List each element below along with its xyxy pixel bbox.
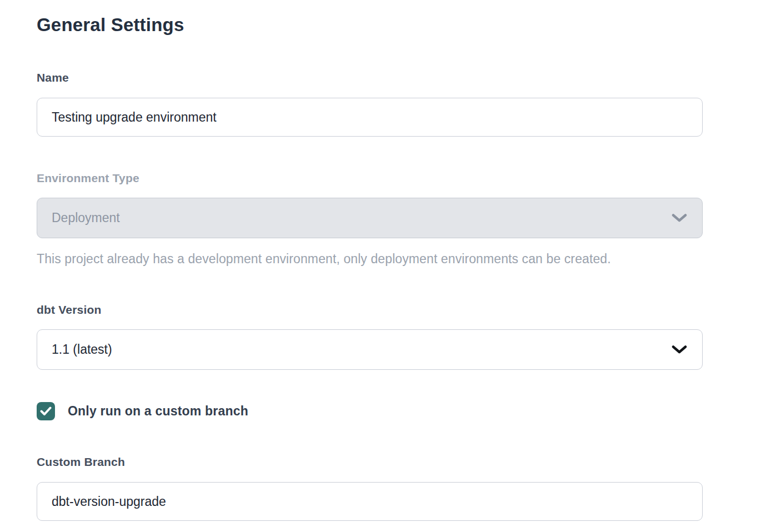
environment-type-selected-value: Deployment	[52, 210, 120, 225]
custom-branch-label: Custom Branch	[37, 455, 703, 469]
environment-type-help-text: This project already has a development e…	[37, 252, 703, 267]
custom-branch-input[interactable]	[37, 482, 703, 521]
chevron-down-icon	[671, 345, 688, 355]
environment-type-label: Environment Type	[37, 172, 703, 185]
chevron-down-icon	[671, 213, 688, 223]
page-title: General Settings	[37, 14, 703, 36]
check-icon	[40, 406, 52, 416]
environment-type-select: Deployment	[37, 198, 703, 238]
custom-branch-checkbox-row: Only run on a custom branch	[37, 402, 703, 420]
dbt-version-label: dbt Version	[37, 303, 703, 317]
dbt-version-select[interactable]: 1.1 (latest)	[37, 329, 703, 370]
name-field-label: Name	[37, 71, 703, 84]
name-input[interactable]	[37, 98, 703, 137]
custom-branch-checkbox-label[interactable]: Only run on a custom branch	[68, 404, 248, 419]
custom-branch-checkbox[interactable]	[37, 402, 55, 420]
general-settings-form: General Settings Name Environment Type D…	[0, 0, 703, 521]
dbt-version-selected-value: 1.1 (latest)	[52, 342, 112, 357]
